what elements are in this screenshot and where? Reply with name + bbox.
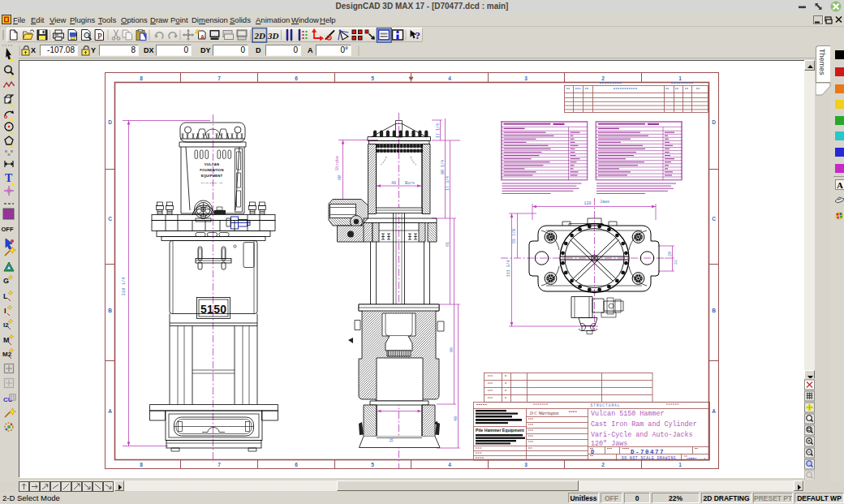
svg-text:318 1/4: 318 1/4 — [121, 277, 127, 296]
svg-text:DX: DX — [144, 46, 154, 54]
svg-text:5: 5 — [371, 75, 374, 81]
svg-text:D: D — [256, 46, 261, 54]
svg-text:3D: 3D — [267, 31, 279, 41]
svg-text:2D: 2D — [254, 31, 266, 41]
svg-text:D: D — [108, 119, 112, 125]
svg-text:A: A — [108, 408, 112, 414]
svg-text:2: 2 — [601, 75, 605, 81]
svg-text:Vari-Cycle and Auto-Jacks: Vari-Cycle and Auto-Jacks — [591, 431, 693, 439]
svg-text:60: 60 — [338, 175, 342, 180]
svg-text:8: 8 — [140, 75, 143, 81]
svg-text:Stroke: Stroke — [335, 156, 340, 170]
svg-text:96: 96 — [450, 347, 454, 352]
svg-text:L: L — [3, 292, 8, 300]
svg-text:P: P — [97, 32, 102, 41]
svg-text:8: 8 — [140, 462, 143, 467]
svg-text:2: 2 — [601, 462, 605, 467]
svg-text:Cast Iron Ram and Cylinder: Cast Iron Ram and Cylinder — [591, 420, 697, 429]
svg-text:X: X — [31, 46, 36, 54]
svg-text:6: 6 — [295, 462, 298, 467]
svg-text:?: ? — [416, 29, 421, 41]
svg-text:B: B — [712, 308, 716, 313]
svg-text:7: 7 — [217, 75, 221, 81]
svg-text:DO NOT SCALE DRAWING: DO NOT SCALE DRAWING — [622, 456, 676, 460]
svg-text:FOUNDATION: FOUNDATION — [200, 168, 224, 172]
svg-text:61: 61 — [446, 242, 450, 247]
svg-text:4: 4 — [448, 75, 451, 81]
svg-text:Jaws: Jaws — [600, 200, 609, 205]
svg-text:10: 10 — [390, 437, 394, 442]
svg-text:DY: DY — [200, 46, 211, 54]
svg-text:55 7/8: 55 7/8 — [512, 229, 517, 243]
svg-text:A: A — [712, 408, 716, 414]
svg-text:6: 6 — [295, 75, 298, 81]
svg-text:B: B — [108, 308, 112, 313]
svg-text:17 3/4: 17 3/4 — [446, 176, 450, 191]
svg-text:M: M — [3, 336, 10, 344]
svg-text:CHATTANOOGA, TN: CHATTANOOGA, TN — [201, 182, 223, 184]
svg-text:22: 22 — [674, 260, 678, 265]
svg-text:1: 1 — [678, 462, 682, 467]
svg-text:C: C — [712, 216, 716, 222]
svg-text:4: 4 — [448, 462, 451, 467]
svg-text:I: I — [4, 307, 6, 315]
svg-text:SHEET: SHEET — [687, 457, 697, 460]
svg-text:OFF: OFF — [2, 226, 14, 233]
svg-text:VULCAN: VULCAN — [205, 162, 220, 166]
svg-text:48: 48 — [454, 416, 459, 421]
svg-text:Bore: Bore — [405, 181, 415, 186]
svg-text:STRUCTURAL: STRUCTURAL — [590, 403, 620, 407]
svg-text:3: 3 — [524, 75, 528, 81]
svg-text:80 1/4: 80 1/4 — [441, 160, 446, 174]
svg-text:D-70477: D-70477 — [631, 449, 665, 455]
svg-text:17 1/4: 17 1/4 — [436, 123, 441, 138]
svg-text:120" Jaws: 120" Jaws — [591, 440, 627, 448]
svg-text:D C Warrington: D C Warrington — [529, 411, 559, 416]
svg-text:D: D — [591, 449, 594, 455]
svg-text:29: 29 — [668, 252, 673, 256]
svg-text:3: 3 — [524, 462, 528, 467]
svg-text:D: D — [712, 119, 716, 125]
svg-text:5150: 5150 — [200, 303, 226, 316]
svg-text:7: 7 — [217, 462, 221, 467]
svg-text:1: 1 — [678, 75, 682, 81]
svg-text:A: A — [308, 46, 313, 54]
svg-text:120: 120 — [583, 201, 591, 206]
svg-text:EQUIPMENT: EQUIPMENT — [201, 174, 223, 178]
svg-text:Vulcan 5150 Hammer: Vulcan 5150 Hammer — [591, 410, 664, 418]
svg-text:Pile Hammer Equipment: Pile Hammer Equipment — [476, 428, 524, 433]
svg-text:A: A — [200, 34, 205, 40]
svg-text:111 3/4: 111 3/4 — [506, 260, 511, 277]
svg-text:M2: M2 — [2, 351, 12, 358]
svg-text:5: 5 — [371, 462, 374, 467]
svg-text:C: C — [108, 216, 112, 222]
svg-text:40: 40 — [391, 181, 396, 186]
svg-text:Y: Y — [91, 46, 96, 54]
